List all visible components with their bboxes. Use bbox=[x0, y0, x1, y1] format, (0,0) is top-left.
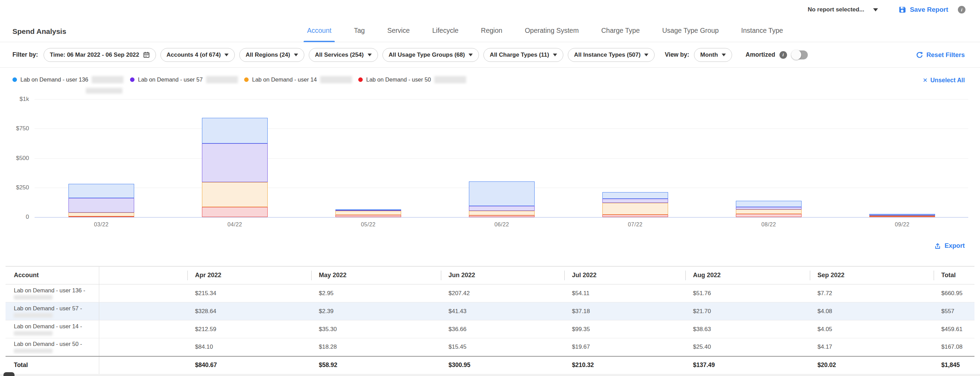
filter-pill-accounts-4-of-674[interactable]: Accounts 4 (of 674) bbox=[161, 48, 235, 62]
filter-pill-all-services-254[interactable]: All Services (254) bbox=[309, 48, 378, 62]
bar-segment-lab-on-demand-user-14 bbox=[202, 182, 268, 207]
save-icon bbox=[898, 6, 906, 14]
filter-pill-all-usage-type-groups-68[interactable]: All Usage Type Groups (68) bbox=[382, 48, 479, 62]
value-cell: $212.59 bbox=[188, 320, 311, 338]
account-cell: Lab on Demand - user 14 - bbox=[6, 320, 99, 338]
value-cell: $21.70 bbox=[686, 302, 810, 320]
account-cell: Lab on Demand - user 57 - bbox=[6, 302, 99, 320]
account-cell: Lab on Demand - user 50 - bbox=[6, 338, 99, 356]
total-value-cell: $58.92 bbox=[311, 356, 441, 374]
legend-item-lab-on-demand-user-50[interactable]: Lab on Demand - user 50 bbox=[358, 76, 466, 83]
save-report-button[interactable]: Save Report bbox=[898, 6, 948, 14]
bar-segment-lab-on-demand-user-50 bbox=[469, 215, 535, 217]
legend-item-lab-on-demand-user-136[interactable]: Lab on Demand - user 136 bbox=[13, 76, 123, 83]
refresh-icon bbox=[916, 51, 923, 59]
redacted-text bbox=[206, 76, 238, 83]
total-value-cell: $20.02 bbox=[810, 356, 934, 374]
value-cell: $38.63 bbox=[686, 320, 810, 338]
value-cell: $41.43 bbox=[441, 302, 564, 320]
tab-account[interactable]: Account bbox=[307, 19, 331, 42]
value-cell: $215.34 bbox=[188, 284, 311, 302]
tab-instance-type[interactable]: Instance Type bbox=[741, 19, 783, 42]
value-cell: $7.72 bbox=[810, 284, 934, 302]
filter-pill-all-charge-types-11[interactable]: All Charge Types (11) bbox=[484, 48, 563, 62]
table-total-row: Total$840.67$58.92$300.95$210.32$137.49$… bbox=[6, 356, 974, 374]
amortized-label: Amortized bbox=[746, 51, 775, 59]
column-header-jul-2022: Jul 2022 bbox=[564, 267, 686, 284]
value-cell: $15.45 bbox=[441, 338, 564, 356]
bar-segment-lab-on-demand-user-57 bbox=[202, 143, 268, 182]
export-row: Export bbox=[0, 239, 980, 254]
tab-operating-system[interactable]: Operating System bbox=[525, 19, 579, 42]
column-header-total: Total bbox=[934, 267, 974, 284]
value-cell: $36.66 bbox=[441, 320, 564, 338]
export-button[interactable]: Export bbox=[934, 242, 965, 249]
y-axis-tick-label: $250 bbox=[0, 184, 29, 191]
value-cell: $18.28 bbox=[311, 338, 441, 356]
tab-usage-type-group[interactable]: Usage Type Group bbox=[662, 19, 719, 42]
value-cell: $99.35 bbox=[564, 320, 686, 338]
column-header-aug-2022: Aug 2022 bbox=[686, 267, 810, 284]
filter-pill-label: All Usage Type Groups (68) bbox=[389, 51, 465, 59]
x-axis-tick-label: 07/22 bbox=[616, 222, 654, 228]
reset-filters-label: Reset Filters bbox=[926, 51, 965, 59]
chat-launcher[interactable] bbox=[3, 372, 14, 376]
legend-item-lab-on-demand-user-14[interactable]: Lab on Demand - user 14 bbox=[244, 76, 352, 83]
bar-segment-lab-on-demand-user-136 bbox=[202, 118, 268, 143]
amortized-toggle[interactable] bbox=[791, 51, 808, 59]
gridline bbox=[35, 158, 968, 159]
filter-pill-label: All Instance Types (507) bbox=[574, 51, 640, 59]
view-by-dropdown[interactable]: Month bbox=[694, 48, 732, 62]
bar-segment-lab-on-demand-user-14 bbox=[602, 203, 668, 214]
y-axis-tick-label: $750 bbox=[0, 125, 29, 132]
chevron-down-icon bbox=[553, 54, 557, 56]
x-axis-tick-label: 08/22 bbox=[750, 222, 788, 228]
table-row-lab-on-demand-user-50: Lab on Demand - user 50 -$84.10$18.28$15… bbox=[6, 338, 974, 356]
legend-label: Lab on Demand - user 57 bbox=[138, 76, 203, 83]
tab-tag[interactable]: Tag bbox=[354, 19, 364, 42]
value-cell: $167.08 bbox=[934, 338, 974, 356]
tab-charge-type[interactable]: Charge Type bbox=[601, 19, 640, 42]
filter-pill-all-regions-24[interactable]: All Regions (24) bbox=[239, 48, 304, 62]
title-tabs-row: Spend Analysis AccountTagServiceLifecycl… bbox=[0, 19, 980, 42]
filter-pill-label: Accounts 4 (of 674) bbox=[167, 51, 221, 59]
value-cell: $4.08 bbox=[810, 302, 934, 320]
total-value-cell: $137.49 bbox=[686, 356, 810, 374]
total-value-cell: $840.67 bbox=[188, 356, 311, 374]
tab-lifecycle[interactable]: Lifecycle bbox=[432, 19, 458, 42]
total-value-cell: $300.95 bbox=[441, 356, 564, 374]
bar-segment-lab-on-demand-user-14 bbox=[336, 211, 401, 215]
chart-legend: ✕ Unselect All Lab on Demand - user 136L… bbox=[0, 68, 980, 97]
dimension-tabs: AccountTagServiceLifecycleRegionOperatin… bbox=[307, 19, 783, 42]
reset-filters-button[interactable]: Reset Filters bbox=[916, 51, 965, 59]
column-header-sep-2022: Sep 2022 bbox=[810, 267, 934, 284]
legend-item-lab-on-demand-user-57[interactable]: Lab on Demand - user 57 bbox=[130, 76, 238, 83]
gridline bbox=[35, 217, 968, 218]
table-row-lab-on-demand-user-57: Lab on Demand - user 57 -$328.64$2.39$41… bbox=[6, 302, 974, 320]
view-by-value: Month bbox=[700, 51, 718, 59]
value-cell: $4.17 bbox=[810, 338, 934, 356]
account-name: Lab on Demand - user 50 - bbox=[14, 341, 99, 347]
bar-segment-lab-on-demand-user-57 bbox=[736, 207, 802, 209]
report-selector-dropdown[interactable]: No report selected... bbox=[808, 6, 878, 13]
table-header-row: AccountApr 2022May 2022Jun 2022Jul 2022A… bbox=[6, 267, 974, 284]
value-cell: $328.64 bbox=[188, 302, 311, 320]
value-cell: $51.76 bbox=[686, 284, 810, 302]
tab-region[interactable]: Region bbox=[481, 19, 503, 42]
bar-segment-lab-on-demand-user-50 bbox=[68, 216, 134, 217]
filter-pill-label: All Charge Types (11) bbox=[490, 51, 549, 59]
unselect-all-button[interactable]: ✕ Unselect All bbox=[923, 77, 965, 84]
amortized-info-icon[interactable]: i bbox=[780, 51, 787, 59]
bar-08-22 bbox=[736, 201, 802, 217]
filter-pill-all-instance-types-507[interactable]: All Instance Types (507) bbox=[568, 48, 655, 62]
total-value-cell: $210.32 bbox=[564, 356, 686, 374]
spend-analysis-page: No report selected... Save Report i Spen… bbox=[0, 0, 980, 376]
table-row-lab-on-demand-user-14: Lab on Demand - user 14 -$212.59$35.30$3… bbox=[6, 320, 974, 338]
gridline bbox=[35, 99, 968, 100]
save-info-icon[interactable]: i bbox=[958, 6, 966, 13]
bar-06-22 bbox=[469, 181, 535, 217]
spend-table-wrap: AccountApr 2022May 2022Jun 2022Jul 2022A… bbox=[6, 266, 974, 374]
y-axis-tick-label: $500 bbox=[0, 155, 29, 162]
tab-service[interactable]: Service bbox=[387, 19, 410, 42]
filter-pill-time[interactable]: Time: 06 Mar 2022 - 06 Sep 2022 bbox=[44, 48, 156, 62]
